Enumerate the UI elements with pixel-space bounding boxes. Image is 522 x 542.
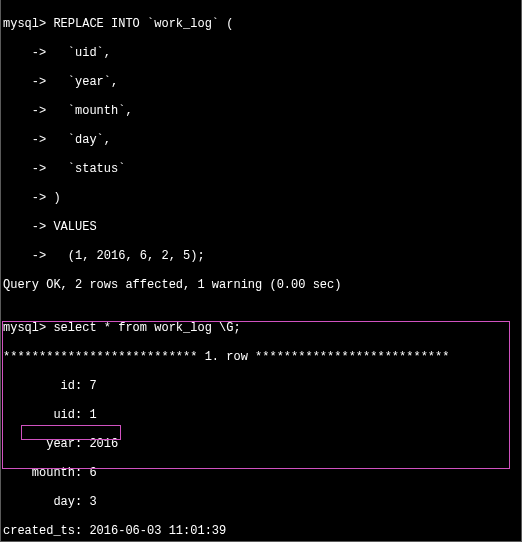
terminal-line: -> `year`, <box>3 75 519 90</box>
terminal-line: -> VALUES <box>3 220 519 235</box>
terminal-line: -> `status` <box>3 162 519 177</box>
row-field: created_ts: 2016-06-03 11:01:39 <box>3 524 519 539</box>
terminal-line: -> `mounth`, <box>3 104 519 119</box>
terminal-line: -> `uid`, <box>3 46 519 61</box>
terminal-line: -> ) <box>3 191 519 206</box>
terminal-line: -> (1, 2016, 6, 2, 5); <box>3 249 519 264</box>
row-divider: *************************** 1. row *****… <box>3 350 519 365</box>
terminal-line: mysql> REPLACE INTO `work_log` ( <box>3 17 519 32</box>
terminal-line: -> `day`, <box>3 133 519 148</box>
row-field: uid: 1 <box>3 408 519 423</box>
terminal-screen[interactable]: mysql> REPLACE INTO `work_log` ( -> `uid… <box>0 0 522 542</box>
row-field: day: 3 <box>3 495 519 510</box>
terminal-line: mysql> select * from work_log \G; <box>3 321 519 336</box>
query-result-line: Query OK, 2 rows affected, 1 warning (0.… <box>3 278 519 293</box>
row-field: id: 7 <box>3 379 519 394</box>
row-field: mounth: 6 <box>3 466 519 481</box>
row-field: year: 2016 <box>3 437 519 452</box>
